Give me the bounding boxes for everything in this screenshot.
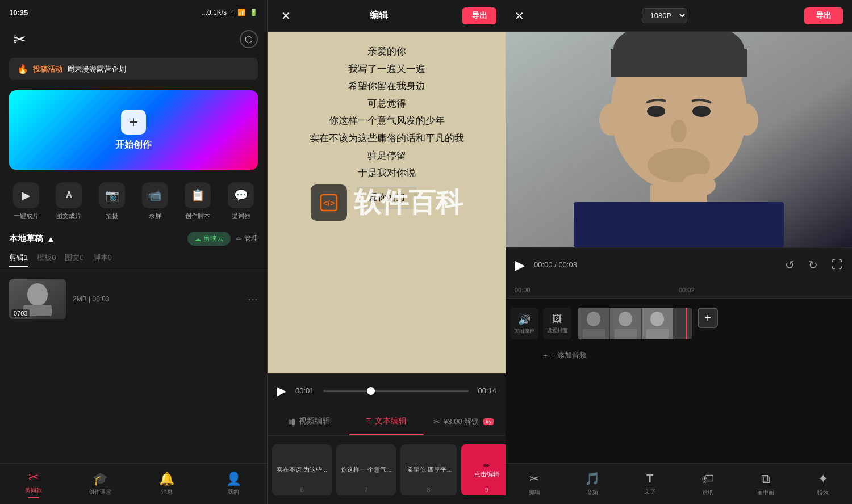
quick-item-script[interactable]: 📋 创作脚本	[185, 182, 211, 220]
video-frame-2	[610, 308, 641, 339]
lyrics-card-9[interactable]: ✏ 点击编辑 9	[461, 444, 506, 495]
svg-point-12	[599, 104, 622, 136]
cloud-sync-button[interactable]: ☁ 剪映云	[187, 232, 231, 246]
nav-item-classroom[interactable]: 🎓 创作课堂	[67, 472, 134, 496]
text-edit-label: 文本编辑	[375, 416, 407, 426]
add-audio-button[interactable]: + + 添加音频	[543, 350, 587, 360]
fullscreen-button[interactable]: ⛶	[832, 258, 843, 271]
drafts-title-text: 本地草稿	[9, 233, 43, 244]
tool-item-text[interactable]: T 文字	[621, 472, 679, 495]
plus-audio-icon: +	[543, 351, 548, 360]
svg-point-9	[647, 106, 665, 117]
status-icons: ...0.1K/s ⑁ 📶 🔋	[202, 9, 258, 16]
middle-play-button[interactable]: ▶	[277, 384, 286, 398]
quick-item-text-video[interactable]: A 图文成片	[56, 182, 82, 220]
manage-button[interactable]: ✏ 管理	[236, 232, 258, 246]
lyrics-line-3: 希望你留在我身边	[277, 78, 496, 95]
one-click-icon: ▶	[13, 182, 39, 208]
create-plus-icon: +	[121, 110, 146, 135]
left-panel: 10:35 ...0.1K/s ⑁ 📶 🔋 ✂ ⬡ 🔥 投稿活动 周末漫游露营企…	[0, 0, 267, 504]
quick-item-record[interactable]: 📹 录屏	[142, 182, 168, 220]
redo-button[interactable]: ↻	[808, 258, 818, 272]
pip-tool-icon: ⧉	[761, 472, 770, 486]
draft-more-button[interactable]: ⋯	[248, 293, 258, 305]
progress-handle[interactable]	[367, 387, 375, 395]
lyrics-card-9-text: 点击编辑	[474, 470, 499, 478]
edit-tabs: ▦ 视频编辑 T 文本编辑 ✂ ¥3.00 解锁 try	[268, 408, 506, 436]
right-play-button[interactable]: ▶	[515, 257, 525, 273]
bottom-nav: ✂ 剪同款 🎓 创作课堂 🔔 消息 👤 我的	[0, 463, 267, 504]
promo-banner[interactable]: 🔥 投稿活动 周末漫游露营企划	[9, 58, 258, 80]
lyrics-card-8[interactable]: "希望你 四季平... 8	[400, 444, 456, 495]
scissors-nav-icon: ✂	[28, 470, 39, 485]
right-close-button[interactable]: ✕	[515, 9, 524, 23]
shoot-icon: 📷	[99, 182, 125, 208]
draft-item[interactable]: 0703 2MB | 00:03 ⋯	[0, 275, 267, 324]
lyrics-card-7[interactable]: 你这样一 个意气... 7	[336, 444, 396, 495]
cloud-label: 剪映云	[203, 234, 224, 243]
right-export-button[interactable]: 导出	[804, 7, 843, 24]
svg-point-11	[671, 120, 687, 142]
tab-template[interactable]: 模板0	[37, 253, 56, 267]
middle-progress-bar[interactable]	[323, 390, 469, 392]
classroom-nav-icon: 🎓	[93, 472, 108, 486]
middle-export-button[interactable]: 导出	[462, 7, 496, 24]
lyrics-cards-scroll[interactable]: 实在不该 为这些... 6 你这样一 个意气... 7 "希望你 四季平... …	[268, 436, 506, 504]
video-track-clip[interactable]	[578, 308, 692, 339]
track-icon-audio[interactable]: 🔊 关闭原声	[510, 308, 538, 339]
scissors-mid-icon: ✂	[433, 417, 440, 426]
svg-rect-15	[574, 202, 784, 247]
promo-title: 投稿活动	[33, 64, 62, 74]
tool-item-audio[interactable]: 🎵 音频	[563, 472, 621, 497]
tool-item-effects[interactable]: ✦ 特效	[794, 472, 852, 497]
timeline-tracks: 🔊 关闭原声 🖼 设置封面	[506, 299, 852, 371]
resolution-select[interactable]: 1080P 720P 4K	[642, 8, 687, 23]
middle-title: 编辑	[370, 10, 388, 22]
cut-tool-icon: ✂	[529, 472, 540, 486]
video-edit-label: 视频编辑	[299, 416, 331, 426]
nav-item-edit[interactable]: ✂ 剪同款	[0, 470, 67, 498]
lyrics-card-8-num: 8	[400, 487, 456, 493]
add-clip-button[interactable]: +	[698, 308, 718, 328]
teleprompter-label: 提词器	[232, 212, 250, 220]
svg-point-10	[692, 106, 711, 117]
tab-unlock[interactable]: ✂ ¥3.00 解锁 try	[426, 408, 501, 435]
middle-close-button[interactable]: ✕	[277, 7, 295, 25]
right-time-display: 00:00 / 00:03	[534, 261, 577, 269]
right-panel: ✕ 1080P 720P 4K 导出	[506, 0, 852, 504]
nav-item-profile[interactable]: 👤 我的	[201, 472, 268, 496]
lyrics-line-8: 于是我对你说	[277, 165, 496, 182]
video-edit-icon: ▦	[288, 417, 295, 426]
track-icon-cover[interactable]: 🖼 设置封面	[543, 308, 571, 339]
tool-item-sticker[interactable]: 🏷 贴纸	[679, 472, 737, 497]
nav-item-messages[interactable]: 🔔 消息	[133, 472, 201, 496]
tab-edit[interactable]: 剪辑1	[9, 253, 28, 267]
add-audio-label: + 添加音频	[551, 350, 587, 360]
svg-point-19	[682, 174, 716, 196]
middle-time-total: 00:14	[478, 387, 496, 395]
settings-button[interactable]: ⬡	[240, 30, 258, 48]
frame-2-svg	[610, 308, 641, 339]
lyrics-card-8-text: "希望你 四季平...	[405, 465, 452, 474]
tab-graphic[interactable]: 图文0	[65, 253, 83, 267]
manage-label: 管理	[244, 234, 258, 243]
lyrics-card-6-text: 实在不该 为这些...	[277, 465, 327, 474]
quick-item-one-click[interactable]: ▶ 一键成片	[13, 182, 39, 220]
nav-active-indicator	[28, 497, 39, 498]
set-cover-label: 设置封面	[547, 327, 567, 334]
lyrics-card-9-num: 9	[461, 487, 506, 493]
quick-item-shoot[interactable]: 📷 拍摄	[99, 182, 125, 220]
timeline-area: 00:00 00:02 🔊 关闭原声 🖼 设置封面	[506, 282, 852, 463]
undo-button[interactable]: ↺	[785, 258, 795, 272]
tool-item-pip[interactable]: ⧉ 画中画	[737, 472, 795, 497]
tab-video-edit[interactable]: ▦ 视频编辑	[272, 408, 347, 435]
lyrics-card-6[interactable]: 实在不该 为这些... 6	[272, 444, 332, 495]
tab-text-edit[interactable]: T 文本编辑	[349, 408, 424, 435]
video-frame-1	[578, 308, 609, 339]
nav-edit-label: 剪同款	[25, 486, 42, 494]
tool-item-cut[interactable]: ✂ 剪辑	[506, 472, 563, 497]
create-card[interactable]: + 开始创作	[9, 90, 258, 170]
tab-script[interactable]: 脚本0	[93, 253, 112, 267]
script-icon: 📋	[185, 182, 211, 208]
quick-item-teleprompter[interactable]: 💬 提词器	[228, 182, 254, 220]
